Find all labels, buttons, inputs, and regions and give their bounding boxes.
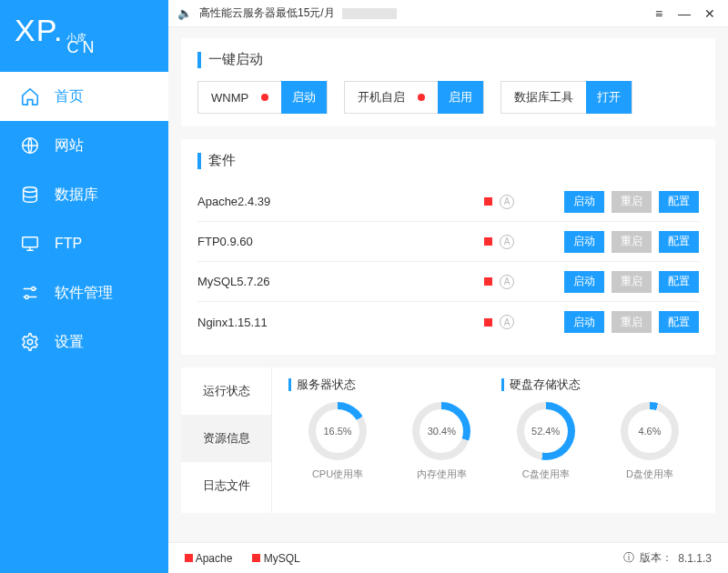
nav-website[interactable]: 网站 bbox=[0, 121, 168, 170]
footer: Apache MySQL ⓘ 版本：8.1.1.3 bbox=[168, 542, 728, 573]
suite-restart[interactable]: 重启 bbox=[612, 231, 652, 253]
nav-software[interactable]: 软件管理 bbox=[0, 268, 168, 317]
status-panel: 运行状态 资源信息 日志文件 服务器状态 硬盘存储状态 16.5%CPU使用率3… bbox=[181, 367, 715, 513]
auto-indicator: A bbox=[500, 315, 514, 329]
gear-icon bbox=[20, 332, 40, 352]
suite-row: Apache2.4.39 A 启动 重启 配置 bbox=[197, 182, 699, 222]
menu-button[interactable]: ≡ bbox=[650, 6, 668, 21]
quick-wnmp-action[interactable]: 启动 bbox=[281, 81, 327, 114]
suite-start[interactable]: 启动 bbox=[564, 231, 604, 253]
suite-name: Nginx1.15.11 bbox=[197, 316, 484, 329]
status-square bbox=[484, 277, 492, 286]
status-square bbox=[484, 197, 492, 206]
nav-ftp[interactable]: FTP bbox=[0, 219, 168, 268]
svg-point-1 bbox=[24, 187, 37, 193]
footer-apache: Apache bbox=[185, 552, 232, 565]
nav: 首页 网站 数据库 FTP 软件管理 设置 bbox=[0, 66, 168, 367]
nav-label: 网站 bbox=[55, 136, 84, 156]
gauge-label: C盘使用率 bbox=[500, 467, 592, 481]
logo-sub: 小皮 CN bbox=[66, 32, 97, 57]
status-dot bbox=[261, 94, 268, 101]
suite-config[interactable]: 配置 bbox=[659, 311, 699, 333]
logo: XP. 小皮 CN bbox=[0, 0, 168, 66]
quick-dbtool: 数据库工具 打开 bbox=[500, 81, 632, 114]
suite-config[interactable]: 配置 bbox=[659, 191, 699, 213]
auto-indicator: A bbox=[500, 195, 514, 209]
quick-autostart: 开机自启 启用 bbox=[344, 81, 484, 114]
server-status-head: 服务器状态 bbox=[297, 377, 356, 393]
suite-restart[interactable]: 重启 bbox=[612, 311, 652, 333]
globe-icon bbox=[20, 136, 40, 156]
home-icon bbox=[20, 86, 40, 106]
footer-mysql: MySQL bbox=[252, 552, 299, 565]
suite-restart[interactable]: 重启 bbox=[612, 271, 652, 293]
status-square bbox=[484, 237, 492, 246]
suite-start[interactable]: 启动 bbox=[564, 271, 604, 293]
status-tab-logs[interactable]: 日志文件 bbox=[181, 462, 271, 509]
svg-point-4 bbox=[25, 296, 29, 299]
suite-row: FTP0.9.60 A 启动 重启 配置 bbox=[197, 222, 699, 262]
suite-start[interactable]: 启动 bbox=[564, 311, 604, 333]
titlebar: 🔈 高性能云服务器最低15元/月 ≡ — ✕ bbox=[168, 0, 728, 27]
nav-settings[interactable]: 设置 bbox=[0, 317, 168, 367]
redacted bbox=[342, 8, 397, 19]
gauge-label: CPU使用率 bbox=[292, 467, 383, 481]
gauge: 30.4%内存使用率 bbox=[396, 402, 487, 481]
nav-home[interactable]: 首页 bbox=[0, 72, 168, 121]
suite-config[interactable]: 配置 bbox=[659, 231, 699, 253]
logo-main: XP. bbox=[15, 13, 63, 48]
suite-name: Apache2.4.39 bbox=[197, 195, 484, 208]
nav-label: 首页 bbox=[55, 87, 84, 106]
gauge-label: 内存使用率 bbox=[396, 467, 487, 481]
suite-panel: 套件 Apache2.4.39 A 启动 重启 配置 FTP0.9.60 A 启… bbox=[181, 139, 715, 355]
disk-status-head: 硬盘存储状态 bbox=[510, 377, 581, 393]
nav-label: FTP bbox=[55, 236, 82, 252]
close-button[interactable]: ✕ bbox=[701, 6, 719, 21]
gauge: 52.4%C盘使用率 bbox=[500, 402, 592, 481]
suite-row: Nginx1.15.11 A 启动 重启 配置 bbox=[197, 302, 699, 342]
svg-rect-2 bbox=[23, 237, 38, 247]
status-dot bbox=[418, 94, 425, 101]
suite-name: MySQL5.7.26 bbox=[197, 275, 484, 288]
nav-label: 软件管理 bbox=[55, 284, 113, 303]
main: 🔈 高性能云服务器最低15元/月 ≡ — ✕ 一键启动 WNMP 启动 开机自启 bbox=[168, 0, 728, 573]
quickstart-title: 一键启动 bbox=[208, 51, 263, 68]
auto-indicator: A bbox=[500, 275, 514, 289]
nav-label: 数据库 bbox=[55, 186, 98, 205]
quick-wnmp: WNMP 启动 bbox=[197, 81, 328, 114]
status-tab-resource[interactable]: 资源信息 bbox=[181, 415, 271, 462]
suite-restart[interactable]: 重启 bbox=[612, 191, 652, 213]
version-label: 版本： bbox=[640, 550, 672, 566]
minimize-button[interactable]: — bbox=[675, 6, 693, 21]
promo-text[interactable]: 高性能云服务器最低15元/月 bbox=[199, 5, 335, 21]
svg-point-3 bbox=[32, 287, 35, 291]
database-icon bbox=[20, 185, 40, 205]
svg-point-5 bbox=[27, 339, 33, 345]
auto-indicator: A bbox=[500, 235, 514, 249]
gauge: 4.6%D盘使用率 bbox=[604, 402, 695, 481]
suite-row: MySQL5.7.26 A 启动 重启 配置 bbox=[197, 262, 699, 302]
quick-dbtool-action[interactable]: 打开 bbox=[586, 81, 632, 114]
suite-name: FTP0.9.60 bbox=[197, 235, 484, 248]
speaker-icon: 🔈 bbox=[177, 6, 192, 20]
sliders-icon bbox=[20, 283, 40, 303]
quick-autostart-action[interactable]: 启用 bbox=[438, 81, 483, 114]
content: 一键启动 WNMP 启动 开机自启 启用 数据库工具 打开 bbox=[168, 27, 728, 542]
suite-config[interactable]: 配置 bbox=[659, 271, 699, 293]
status-tab-running[interactable]: 运行状态 bbox=[181, 367, 271, 415]
gauge-label: D盘使用率 bbox=[604, 467, 695, 481]
status-square bbox=[484, 318, 492, 327]
monitor-icon bbox=[20, 234, 40, 254]
quickstart-panel: 一键启动 WNMP 启动 开机自启 启用 数据库工具 打开 bbox=[181, 38, 715, 126]
nav-database[interactable]: 数据库 bbox=[0, 170, 168, 219]
nav-label: 设置 bbox=[55, 333, 84, 352]
version: 8.1.1.3 bbox=[678, 552, 712, 565]
gauge: 16.5%CPU使用率 bbox=[292, 402, 383, 481]
suite-title: 套件 bbox=[208, 152, 236, 169]
info-icon[interactable]: ⓘ bbox=[623, 550, 634, 566]
suite-start[interactable]: 启动 bbox=[564, 191, 604, 213]
sidebar: XP. 小皮 CN 首页 网站 数据库 FTP bbox=[0, 0, 168, 573]
